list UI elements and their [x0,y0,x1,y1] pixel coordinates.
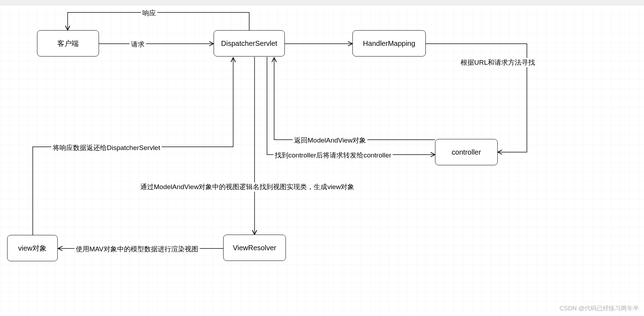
edge-label-forward-to-controller: 找到controller后将请求转发给controller [273,151,393,160]
editor-top-bar [0,0,644,5]
node-view-object: view对象 [7,235,58,261]
node-controller: controller [435,139,498,165]
node-client: 客户端 [37,30,99,57]
watermark: CSDN @代码已经练习两年半 [560,304,639,312]
diagram-canvas: 客户端 DispatcherServlet HandlerMapping con… [0,5,644,316]
edge-response [68,12,249,30]
edge-label-render-view: 使用MAV对象中的模型数据进行渲染视图 [74,245,200,254]
node-client-label: 客户端 [57,39,79,48]
node-controller-label: controller [452,148,481,156]
node-view-object-label: view对象 [18,243,47,253]
edge-label-return-to-dispatcher: 将响应数据返还给DispatcherServlet [51,143,162,152]
edge-label-response: 响应 [141,9,157,18]
node-dispatcher-servlet-label: DispatcherServlet [221,39,277,48]
edge-label-mav-to-view: 通过ModelAndView对象中的视图逻辑名找到视图实现类，生成view对象 [139,182,356,192]
node-handler-mapping: HandlerMapping [352,30,426,57]
node-dispatcher-servlet: DispatcherServlet [214,30,285,57]
edge-label-find-by-url: 根据URL和请求方法寻找 [459,58,536,67]
node-view-resolver-label: ViewResolver [233,244,276,252]
edge-label-return-mav: 返回ModelAndView对象 [293,136,367,145]
edge-return-mav [274,58,435,140]
node-handler-mapping-label: HandlerMapping [363,39,415,48]
edge-label-request: 请求 [130,40,146,49]
node-view-resolver: ViewResolver [223,235,286,261]
